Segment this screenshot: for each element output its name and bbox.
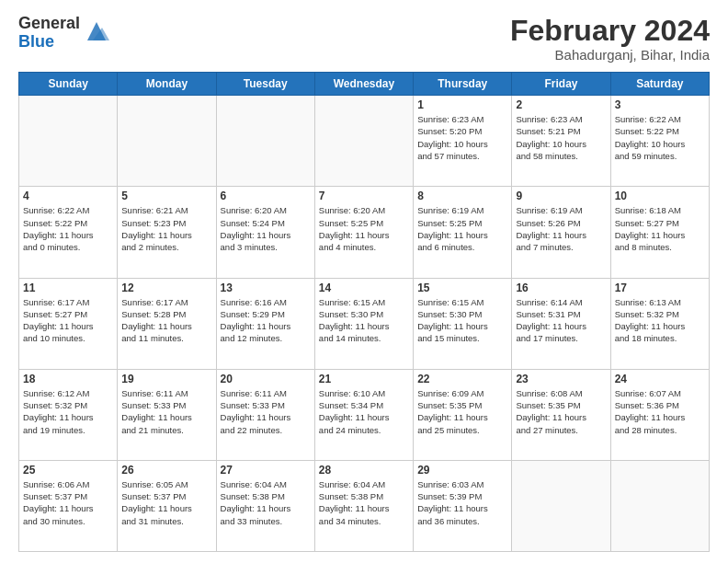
day-info: Sunrise: 6:12 AM Sunset: 5:32 PM Dayligh…: [23, 387, 113, 436]
calendar-table: SundayMondayTuesdayWednesdayThursdayFrid…: [18, 72, 710, 552]
calendar-day-cell: [512, 460, 610, 551]
day-number: 7: [319, 190, 409, 202]
calendar-day-header: Saturday: [610, 73, 709, 96]
day-number: 2: [516, 98, 606, 111]
day-number: 17: [615, 282, 705, 294]
day-number: 16: [516, 282, 606, 294]
day-number: 15: [417, 282, 507, 294]
calendar-day-cell: 13Sunrise: 6:16 AM Sunset: 5:29 PM Dayli…: [216, 278, 314, 369]
day-number: 4: [23, 190, 113, 202]
calendar-day-cell: 26Sunrise: 6:05 AM Sunset: 5:37 PM Dayli…: [118, 460, 216, 551]
day-info: Sunrise: 6:23 AM Sunset: 5:20 PM Dayligh…: [417, 113, 507, 162]
day-number: 27: [221, 464, 311, 477]
day-info: Sunrise: 6:20 AM Sunset: 5:25 PM Dayligh…: [319, 204, 409, 253]
day-info: Sunrise: 6:22 AM Sunset: 5:22 PM Dayligh…: [23, 204, 113, 253]
calendar-day-header: Tuesday: [216, 73, 314, 96]
calendar-day-cell: 9Sunrise: 6:19 AM Sunset: 5:26 PM Daylig…: [512, 187, 610, 278]
day-info: Sunrise: 6:14 AM Sunset: 5:31 PM Dayligh…: [516, 296, 606, 345]
day-number: 12: [121, 282, 211, 294]
calendar-week-row: 1Sunrise: 6:23 AM Sunset: 5:20 PM Daylig…: [19, 96, 710, 187]
calendar-day-cell: 4Sunrise: 6:22 AM Sunset: 5:22 PM Daylig…: [19, 187, 118, 278]
day-number: 21: [319, 373, 409, 385]
calendar-header-row: SundayMondayTuesdayWednesdayThursdayFrid…: [19, 73, 710, 96]
subtitle: Bahadurganj, Bihar, India: [510, 47, 710, 63]
day-info: Sunrise: 6:11 AM Sunset: 5:33 PM Dayligh…: [221, 387, 311, 436]
calendar-day-cell: 14Sunrise: 6:15 AM Sunset: 5:30 PM Dayli…: [314, 278, 413, 369]
calendar-day-cell: 3Sunrise: 6:22 AM Sunset: 5:22 PM Daylig…: [610, 96, 709, 187]
day-number: 23: [516, 373, 606, 385]
calendar-week-row: 11Sunrise: 6:17 AM Sunset: 5:27 PM Dayli…: [19, 278, 710, 369]
day-number: 14: [319, 282, 409, 294]
calendar-day-cell: [19, 96, 118, 187]
day-number: 8: [417, 190, 507, 202]
calendar-day-cell: 27Sunrise: 6:04 AM Sunset: 5:38 PM Dayli…: [216, 460, 314, 551]
calendar-day-cell: 1Sunrise: 6:23 AM Sunset: 5:20 PM Daylig…: [414, 96, 512, 187]
main-title: February 2024: [510, 15, 710, 47]
day-info: Sunrise: 6:19 AM Sunset: 5:25 PM Dayligh…: [417, 204, 507, 253]
calendar-day-cell: 10Sunrise: 6:18 AM Sunset: 5:27 PM Dayli…: [610, 187, 709, 278]
day-number: 28: [319, 464, 409, 477]
calendar-day-header: Thursday: [414, 73, 512, 96]
day-number: 1: [417, 98, 507, 111]
calendar-day-cell: 24Sunrise: 6:07 AM Sunset: 5:36 PM Dayli…: [610, 369, 709, 460]
day-info: Sunrise: 6:15 AM Sunset: 5:30 PM Dayligh…: [417, 296, 507, 345]
calendar-week-row: 18Sunrise: 6:12 AM Sunset: 5:32 PM Dayli…: [19, 369, 710, 460]
day-info: Sunrise: 6:09 AM Sunset: 5:35 PM Dayligh…: [417, 387, 507, 436]
calendar-day-cell: 29Sunrise: 6:03 AM Sunset: 5:39 PM Dayli…: [414, 460, 512, 551]
day-info: Sunrise: 6:10 AM Sunset: 5:34 PM Dayligh…: [319, 387, 409, 436]
logo-text: General Blue: [18, 15, 80, 52]
calendar-day-cell: 22Sunrise: 6:09 AM Sunset: 5:35 PM Dayli…: [414, 369, 512, 460]
day-info: Sunrise: 6:19 AM Sunset: 5:26 PM Dayligh…: [516, 204, 606, 253]
day-number: 24: [615, 373, 705, 385]
calendar-day-header: Monday: [118, 73, 216, 96]
day-info: Sunrise: 6:23 AM Sunset: 5:21 PM Dayligh…: [516, 113, 606, 162]
calendar-day-cell: 20Sunrise: 6:11 AM Sunset: 5:33 PM Dayli…: [216, 369, 314, 460]
day-info: Sunrise: 6:04 AM Sunset: 5:38 PM Dayligh…: [221, 478, 311, 527]
day-number: 26: [121, 464, 211, 477]
calendar-day-cell: 12Sunrise: 6:17 AM Sunset: 5:28 PM Dayli…: [118, 278, 216, 369]
calendar-day-cell: 15Sunrise: 6:15 AM Sunset: 5:30 PM Dayli…: [414, 278, 512, 369]
calendar-day-cell: 2Sunrise: 6:23 AM Sunset: 5:21 PM Daylig…: [512, 96, 610, 187]
calendar-day-cell: 28Sunrise: 6:04 AM Sunset: 5:38 PM Dayli…: [314, 460, 413, 551]
day-info: Sunrise: 6:22 AM Sunset: 5:22 PM Dayligh…: [615, 113, 705, 162]
calendar-day-header: Sunday: [19, 73, 118, 96]
calendar-day-cell: 23Sunrise: 6:08 AM Sunset: 5:35 PM Dayli…: [512, 369, 610, 460]
calendar-day-cell: [216, 96, 314, 187]
day-info: Sunrise: 6:16 AM Sunset: 5:29 PM Dayligh…: [221, 296, 311, 345]
page: General Blue February 2024 Bahadurganj, …: [0, 0, 728, 563]
calendar-day-cell: 6Sunrise: 6:20 AM Sunset: 5:24 PM Daylig…: [216, 187, 314, 278]
day-info: Sunrise: 6:15 AM Sunset: 5:30 PM Dayligh…: [319, 296, 409, 345]
day-info: Sunrise: 6:07 AM Sunset: 5:36 PM Dayligh…: [615, 387, 705, 436]
calendar-day-cell: 19Sunrise: 6:11 AM Sunset: 5:33 PM Dayli…: [118, 369, 216, 460]
calendar-day-cell: [314, 96, 413, 187]
calendar-day-cell: 16Sunrise: 6:14 AM Sunset: 5:31 PM Dayli…: [512, 278, 610, 369]
calendar-day-cell: [610, 460, 709, 551]
calendar-week-row: 4Sunrise: 6:22 AM Sunset: 5:22 PM Daylig…: [19, 187, 710, 278]
day-number: 6: [221, 190, 311, 202]
day-info: Sunrise: 6:04 AM Sunset: 5:38 PM Dayligh…: [319, 478, 409, 527]
day-number: 20: [221, 373, 311, 385]
day-info: Sunrise: 6:13 AM Sunset: 5:32 PM Dayligh…: [615, 296, 705, 345]
day-info: Sunrise: 6:18 AM Sunset: 5:27 PM Dayligh…: [615, 204, 705, 253]
calendar-day-cell: 25Sunrise: 6:06 AM Sunset: 5:37 PM Dayli…: [19, 460, 118, 551]
day-number: 19: [121, 373, 211, 385]
day-info: Sunrise: 6:05 AM Sunset: 5:37 PM Dayligh…: [121, 478, 211, 527]
header: General Blue February 2024 Bahadurganj, …: [18, 15, 710, 63]
day-number: 5: [121, 190, 211, 202]
day-info: Sunrise: 6:11 AM Sunset: 5:33 PM Dayligh…: [121, 387, 211, 436]
day-number: 11: [23, 282, 113, 294]
calendar-day-cell: 17Sunrise: 6:13 AM Sunset: 5:32 PM Dayli…: [610, 278, 709, 369]
calendar-day-cell: 18Sunrise: 6:12 AM Sunset: 5:32 PM Dayli…: [19, 369, 118, 460]
day-number: 18: [23, 373, 113, 385]
logo-blue: Blue: [18, 33, 80, 52]
logo-general: General: [18, 15, 80, 33]
day-number: 25: [23, 464, 113, 477]
calendar-week-row: 25Sunrise: 6:06 AM Sunset: 5:37 PM Dayli…: [19, 460, 710, 551]
title-block: February 2024 Bahadurganj, Bihar, India: [510, 15, 710, 63]
logo: General Blue: [18, 15, 109, 52]
calendar-day-cell: 11Sunrise: 6:17 AM Sunset: 5:27 PM Dayli…: [19, 278, 118, 369]
day-info: Sunrise: 6:21 AM Sunset: 5:23 PM Dayligh…: [121, 204, 211, 253]
day-number: 13: [221, 282, 311, 294]
calendar-day-cell: 7Sunrise: 6:20 AM Sunset: 5:25 PM Daylig…: [314, 187, 413, 278]
calendar-day-cell: 8Sunrise: 6:19 AM Sunset: 5:25 PM Daylig…: [414, 187, 512, 278]
